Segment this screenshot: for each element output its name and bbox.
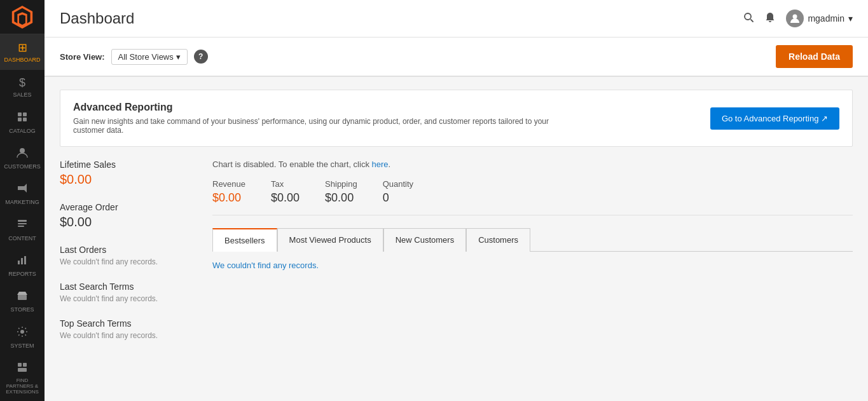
top-search-terms-no-records: We couldn't find any records. xyxy=(60,331,200,340)
extensions-icon xyxy=(17,362,28,376)
svg-rect-11 xyxy=(18,295,27,300)
sidebar-label-catalog: CATALOG xyxy=(9,128,36,135)
quantity-label: Quantity xyxy=(383,179,413,189)
magento-logo-icon xyxy=(11,6,34,29)
advanced-reporting-description: Gain new insights and take command of yo… xyxy=(73,117,569,135)
tab-customers[interactable]: Customers xyxy=(466,228,530,252)
chart-disabled-message: Chart is disabled. To enable the chart, … xyxy=(212,160,853,169)
svg-rect-3 xyxy=(23,118,27,121)
svg-point-16 xyxy=(745,13,751,20)
go-to-advanced-reporting-button[interactable]: Go to Advanced Reporting ↗ xyxy=(710,107,839,130)
tab-most-viewed[interactable]: Most Viewed Products xyxy=(277,228,383,252)
average-order-block: Average Order $0.00 xyxy=(60,202,200,229)
svg-point-17 xyxy=(793,15,797,19)
dashboard-grid: Lifetime Sales $0.00 Average Order $0.00… xyxy=(60,160,853,355)
svg-rect-14 xyxy=(23,363,27,367)
top-search-terms-block: Top Search Terms We couldn't find any re… xyxy=(60,318,200,340)
svg-rect-8 xyxy=(18,261,20,264)
content-icon xyxy=(17,219,28,233)
sidebar-label-content: CONTENT xyxy=(8,235,36,242)
page-title: Dashboard xyxy=(60,10,134,27)
sidebar-item-marketing[interactable]: MARKETING xyxy=(0,176,45,212)
svg-rect-10 xyxy=(24,256,26,264)
last-orders-label: Last Orders xyxy=(60,245,200,255)
tab-new-customers[interactable]: New Customers xyxy=(383,228,466,252)
sidebar-label-customers: CUSTOMERS xyxy=(4,163,40,170)
svg-rect-0 xyxy=(18,112,22,116)
user-name: mgadmin xyxy=(808,13,844,24)
header: Dashboard mgadmin ▾ xyxy=(45,0,868,37)
revenue-value: $0.00 xyxy=(212,191,245,205)
sidebar-label-sales: SALES xyxy=(13,92,31,99)
average-order-label: Average Order xyxy=(60,202,200,212)
user-avatar xyxy=(786,10,804,27)
tabs-container: Bestsellers Most Viewed Products New Cus… xyxy=(212,228,853,252)
svg-rect-15 xyxy=(18,368,27,372)
lifetime-sales-block: Lifetime Sales $0.00 xyxy=(60,160,200,187)
search-icon[interactable] xyxy=(743,11,754,26)
dashboard-icon: ⊞ xyxy=(18,41,27,55)
svg-rect-6 xyxy=(18,223,27,224)
sidebar-item-reports[interactable]: REPORTS xyxy=(0,248,45,283)
tax-metric: Tax $0.00 xyxy=(271,179,300,205)
user-menu[interactable]: mgadmin ▾ xyxy=(786,10,853,27)
sidebar-item-content[interactable]: CONTENT xyxy=(0,212,45,248)
quantity-value: 0 xyxy=(383,191,413,205)
shipping-label: Shipping xyxy=(325,179,357,189)
svg-rect-7 xyxy=(18,226,24,227)
svg-rect-2 xyxy=(18,118,22,121)
reports-icon xyxy=(17,254,28,269)
chart-enable-link[interactable]: here xyxy=(372,160,389,169)
header-actions: mgadmin ▾ xyxy=(743,10,853,27)
sidebar-logo xyxy=(0,0,45,34)
tab-customers-label: Customers xyxy=(478,235,518,245)
last-orders-block: Last Orders We couldn't find any records… xyxy=(60,245,200,266)
lifetime-sales-value: $0.00 xyxy=(60,172,200,187)
tax-value: $0.00 xyxy=(271,191,300,205)
user-dropdown-icon: ▾ xyxy=(848,13,853,24)
tax-label: Tax xyxy=(271,179,300,189)
store-view-chevron-icon: ▾ xyxy=(176,52,181,62)
advanced-reporting-text: Advanced Reporting Gain new insights and… xyxy=(73,102,569,135)
svg-rect-5 xyxy=(18,220,27,222)
average-order-value: $0.00 xyxy=(60,215,200,229)
tab-bestsellers-label: Bestsellers xyxy=(224,236,265,245)
tab-no-records: We couldn't find any records. xyxy=(212,261,853,270)
system-icon xyxy=(17,326,28,341)
reload-data-button[interactable]: Reload Data xyxy=(776,45,853,68)
sidebar-label-system: SYSTEM xyxy=(10,343,34,350)
store-view-left: Store View: All Store Views ▾ ? xyxy=(60,49,208,65)
help-icon[interactable]: ? xyxy=(194,50,208,64)
sidebar-item-stores[interactable]: STORES xyxy=(0,284,45,320)
sidebar: ⊞ DASHBOARD $ SALES CATALOG CUSTOMERS MA… xyxy=(0,0,45,401)
sidebar-item-catalog[interactable]: CATALOG xyxy=(0,105,45,140)
store-view-selected: All Store Views xyxy=(118,52,174,62)
last-orders-no-records: We couldn't find any records. xyxy=(60,257,200,266)
advanced-reporting-title: Advanced Reporting xyxy=(73,102,569,113)
svg-point-4 xyxy=(20,148,25,153)
shipping-value: $0.00 xyxy=(325,191,357,205)
left-stats: Lifetime Sales $0.00 Average Order $0.00… xyxy=(60,160,200,355)
sidebar-item-dashboard[interactable]: ⊞ DASHBOARD xyxy=(0,34,45,69)
customers-icon xyxy=(17,147,28,161)
last-search-terms-label: Last Search Terms xyxy=(60,282,200,292)
right-content: Chart is disabled. To enable the chart, … xyxy=(212,160,853,355)
sidebar-item-extensions[interactable]: FIND PARTNERS & EXTENSIONS xyxy=(0,355,45,401)
quantity-metric: Quantity 0 xyxy=(383,179,413,205)
sidebar-label-reports: REPORTS xyxy=(8,271,36,278)
tab-bestsellers[interactable]: Bestsellers xyxy=(212,228,277,252)
sidebar-item-sales[interactable]: $ SALES xyxy=(0,70,45,105)
sidebar-label-extensions: FIND PARTNERS & EXTENSIONS xyxy=(3,378,42,395)
shipping-metric: Shipping $0.00 xyxy=(325,179,357,205)
metrics-row: Revenue $0.00 Tax $0.00 Shipping $0.00 Q… xyxy=(212,179,853,215)
sidebar-item-system[interactable]: SYSTEM xyxy=(0,320,45,355)
revenue-label: Revenue xyxy=(212,179,245,189)
sidebar-label-marketing: MARKETING xyxy=(5,199,39,206)
marketing-icon xyxy=(17,182,28,197)
catalog-icon xyxy=(17,111,28,126)
store-view-select[interactable]: All Store Views ▾ xyxy=(111,49,188,65)
stores-icon xyxy=(17,290,28,304)
top-search-terms-label: Top Search Terms xyxy=(60,318,200,329)
sidebar-item-customers[interactable]: CUSTOMERS xyxy=(0,140,45,176)
notifications-icon[interactable] xyxy=(764,11,776,26)
